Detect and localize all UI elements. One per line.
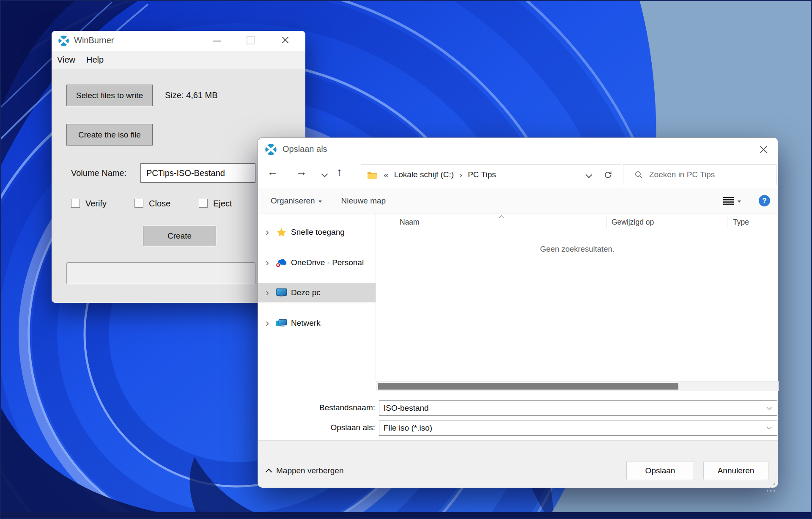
sidebar-separator bbox=[376, 214, 376, 381]
refresh-icon[interactable] bbox=[601, 170, 615, 179]
save-as-app-icon bbox=[265, 143, 277, 156]
onedrive-icon bbox=[276, 258, 287, 268]
verify-checkbox[interactable] bbox=[71, 199, 80, 208]
create-iso-file-button[interactable]: Create the iso file bbox=[66, 124, 153, 146]
navigation-bar: ← → ↑ « Lokale schijf (C:) › PC Tips bbox=[258, 161, 778, 188]
filename-input[interactable]: ISO-bestand bbox=[379, 400, 777, 416]
sort-ascending-icon bbox=[499, 215, 504, 221]
close-checkbox[interactable] bbox=[134, 199, 143, 208]
dialog-footer: Mappen verbergen Opslaan Annuleren bbox=[258, 440, 778, 488]
save-button[interactable]: Opslaan bbox=[626, 461, 694, 480]
column-header-type[interactable]: Type bbox=[733, 218, 749, 227]
eject-checkbox-label[interactable]: Eject bbox=[213, 199, 232, 209]
view-dropdown-icon[interactable] bbox=[738, 200, 741, 203]
menu-view[interactable]: View bbox=[52, 55, 81, 65]
up-icon[interactable]: ↑ bbox=[337, 166, 342, 177]
size-text: Size: 4,61 MB bbox=[165, 91, 218, 100]
filename-dropdown-icon[interactable] bbox=[766, 404, 772, 410]
filename-value: ISO-bestand bbox=[384, 404, 429, 413]
search-placeholder: Zoeken in PC Tips bbox=[649, 170, 715, 179]
progress-bar bbox=[66, 262, 255, 284]
recent-locations-icon[interactable] bbox=[321, 171, 328, 178]
expand-chevron-icon[interactable]: › bbox=[266, 318, 272, 328]
expand-chevron-icon[interactable]: › bbox=[266, 288, 272, 298]
expand-chevron-icon[interactable]: › bbox=[266, 258, 272, 268]
breadcrumb-separator: › bbox=[459, 170, 462, 180]
toolbar-right-group: ? bbox=[723, 195, 770, 206]
sidebar-item-network[interactable]: › Netwerk bbox=[258, 313, 376, 333]
save-as-type-value: File iso (*.iso) bbox=[384, 423, 432, 433]
address-dropdown-icon[interactable] bbox=[580, 173, 597, 177]
select-files-button[interactable]: Select files to write bbox=[66, 85, 153, 106]
verify-checkbox-label[interactable]: Verify bbox=[85, 199, 107, 209]
help-icon[interactable]: ? bbox=[759, 195, 770, 206]
organize-button[interactable]: Organiseren bbox=[271, 196, 322, 206]
sidebar-item-label[interactable]: Deze pc bbox=[291, 288, 321, 297]
empty-results-message: Geen zoekresultaten. bbox=[376, 244, 779, 254]
organize-label: Organiseren bbox=[271, 196, 315, 206]
scrollbar-thumb[interactable] bbox=[378, 383, 678, 390]
star-icon bbox=[276, 227, 287, 238]
create-button[interactable]: Create bbox=[143, 226, 216, 246]
column-divider[interactable] bbox=[606, 216, 607, 228]
maximize-icon[interactable] bbox=[247, 36, 255, 44]
network-icon bbox=[276, 318, 287, 329]
volume-name-label: Volume Name: bbox=[71, 168, 126, 178]
view-list-icon[interactable] bbox=[723, 196, 734, 205]
sidebar-item-label[interactable]: Snelle toegang bbox=[291, 228, 345, 237]
desktop: WinBurner View Help Select files to writ… bbox=[0, 0, 812, 519]
close-icon[interactable] bbox=[282, 36, 289, 44]
eject-checkbox[interactable] bbox=[199, 199, 208, 208]
search-icon bbox=[634, 170, 643, 179]
sidebar-item-this-pc[interactable]: › Deze pc bbox=[258, 283, 376, 302]
sidebar-item-label[interactable]: OneDrive - Personal bbox=[291, 258, 364, 267]
file-list-header: Naam Gewijzigd op Type bbox=[376, 214, 779, 230]
save-as-titlebar[interactable]: Opslaan als bbox=[258, 138, 778, 161]
column-header-date-modified[interactable]: Gewijzigd op bbox=[612, 218, 654, 227]
column-header-name[interactable]: Naam bbox=[400, 218, 420, 227]
dialog-close-icon[interactable] bbox=[760, 146, 768, 154]
resize-grip[interactable] bbox=[774, 483, 775, 485]
column-divider[interactable] bbox=[727, 216, 727, 228]
filename-label: Bestandsnaam: bbox=[258, 403, 375, 412]
dialog-toolbar: Organiseren Nieuwe map ? bbox=[258, 188, 778, 214]
winburner-app-icon bbox=[58, 35, 69, 47]
breadcrumb-collapse[interactable]: « bbox=[384, 170, 389, 180]
organize-dropdown-icon bbox=[318, 200, 322, 203]
menu-help[interactable]: Help bbox=[81, 55, 109, 65]
new-folder-button[interactable]: Nieuwe map bbox=[341, 196, 386, 206]
cancel-button[interactable]: Annuleren bbox=[703, 461, 768, 480]
save-as-type-label: Opslaan als: bbox=[258, 423, 375, 432]
address-bar[interactable]: « Lokale schijf (C:) › PC Tips bbox=[361, 164, 621, 185]
sidebar-item-onedrive[interactable]: › OneDrive - Personal bbox=[258, 253, 376, 272]
back-icon[interactable]: ← bbox=[267, 166, 278, 177]
winburner-titlebar[interactable]: WinBurner bbox=[52, 31, 305, 51]
minimize-icon[interactable] bbox=[213, 41, 221, 41]
breadcrumb-segment-drive[interactable]: Lokale schijf (C:) bbox=[394, 170, 454, 179]
search-input[interactable]: Zoeken in PC Tips bbox=[623, 164, 776, 185]
chevron-up-icon bbox=[266, 469, 272, 475]
sidebar-item-quick-access[interactable]: › Snelle toegang bbox=[258, 222, 376, 242]
folder-icon bbox=[367, 171, 377, 179]
hide-folders-label: Mappen verbergen bbox=[276, 466, 344, 475]
winburner-title: WinBurner bbox=[74, 36, 114, 45]
save-as-type-select[interactable]: File iso (*.iso) bbox=[379, 420, 777, 436]
sidebar-item-label[interactable]: Netwerk bbox=[291, 319, 321, 328]
save-as-type-dropdown-icon[interactable] bbox=[766, 424, 772, 430]
dialog-body: › Snelle toegang › OneDrive - Personal bbox=[258, 214, 778, 381]
expand-chevron-icon[interactable]: › bbox=[266, 227, 272, 237]
hide-folders-button[interactable]: Mappen verbergen bbox=[266, 466, 344, 475]
save-as-title: Opslaan als bbox=[283, 144, 327, 154]
close-checkbox-label[interactable]: Close bbox=[149, 199, 170, 209]
volume-name-input[interactable]: PCTips-ISO-Bestand bbox=[140, 163, 255, 183]
save-as-dialog: Opslaan als ← → ↑ « Lokale schijf (C:) ›… bbox=[258, 137, 778, 487]
winburner-menubar: View Help bbox=[52, 51, 305, 69]
breadcrumb-segment-folder[interactable]: PC Tips bbox=[468, 170, 496, 179]
forward-icon[interactable]: → bbox=[296, 166, 307, 177]
horizontal-scrollbar[interactable] bbox=[376, 381, 779, 391]
this-pc-icon bbox=[276, 288, 287, 298]
